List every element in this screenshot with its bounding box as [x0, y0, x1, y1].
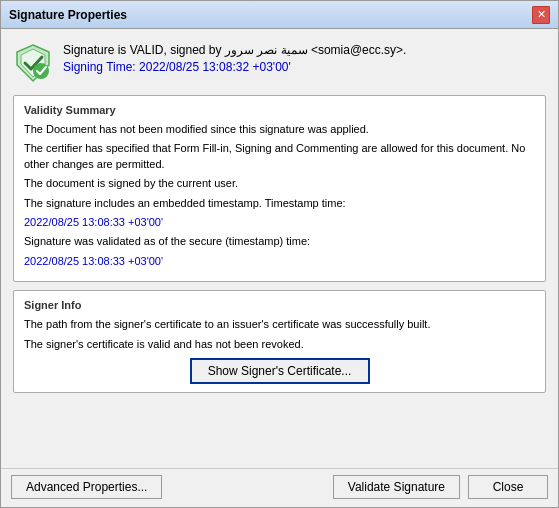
signing-time-value: 2022/08/25 13:08:32 +03'00' — [139, 60, 291, 74]
close-button[interactable]: Close — [468, 475, 548, 499]
right-buttons: Validate Signature Close — [333, 475, 548, 499]
signature-header: Signature is VALID, signed by سمية نصر س… — [13, 39, 546, 87]
bottom-buttons-bar: Advanced Properties... Validate Signatur… — [1, 468, 558, 507]
signing-time-text: Signing Time: 2022/08/25 13:08:32 +03'00… — [63, 60, 406, 74]
validity-summary-section: Validity Summary The Document has not be… — [13, 95, 546, 282]
show-signers-certificate-button[interactable]: Show Signer's Certificate... — [190, 358, 370, 384]
signer-info-line-2: The signer's certificate is valid and ha… — [24, 337, 535, 352]
signer-info-label: Signer Info — [24, 299, 535, 311]
validity-line-1: The Document has not been modified since… — [24, 122, 535, 137]
validity-line-5: Signature was validated as of the secure… — [24, 234, 535, 249]
validity-timestamp-2: 2022/08/25 13:08:33 +03'00' — [24, 254, 535, 269]
signature-properties-window: Signature Properties ✕ Signature is VALI… — [0, 0, 559, 508]
svg-point-2 — [33, 63, 49, 79]
header-text-block: Signature is VALID, signed by سمية نصر س… — [63, 43, 406, 74]
validity-timestamp-1: 2022/08/25 13:08:33 +03'00' — [24, 215, 535, 230]
validity-line-2: The certifier has specified that Form Fi… — [24, 141, 535, 172]
validity-line-4: The signature includes an embedded times… — [24, 196, 535, 211]
signer-info-section: Signer Info The path from the signer's c… — [13, 290, 546, 393]
main-content: Signature is VALID, signed by سمية نصر س… — [1, 29, 558, 468]
signer-info-line-1: The path from the signer's certificate t… — [24, 317, 535, 332]
title-bar: Signature Properties ✕ — [1, 1, 558, 29]
signing-time-label: Signing Time: — [63, 60, 136, 74]
validate-signature-button[interactable]: Validate Signature — [333, 475, 460, 499]
show-cert-btn-container: Show Signer's Certificate... — [24, 358, 535, 384]
valid-status-text: Signature is VALID, signed by سمية نصر س… — [63, 43, 406, 57]
advanced-properties-button[interactable]: Advanced Properties... — [11, 475, 162, 499]
signature-valid-icon — [13, 43, 53, 83]
validity-summary-label: Validity Summary — [24, 104, 535, 116]
validity-line-3: The document is signed by the current us… — [24, 176, 535, 191]
close-icon[interactable]: ✕ — [532, 6, 550, 24]
window-title: Signature Properties — [9, 8, 127, 22]
